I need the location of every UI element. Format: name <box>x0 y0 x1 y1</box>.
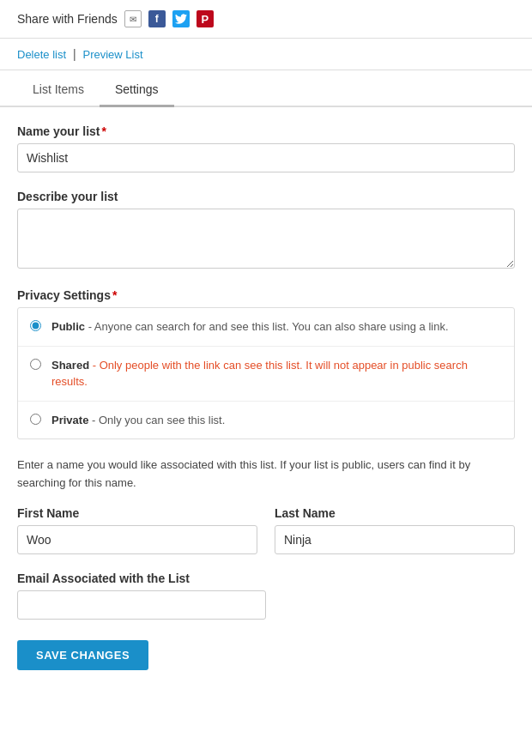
email-label: Email Associated with the List <box>17 572 515 585</box>
privacy-private-label: Private - Only you can see this list. <box>51 412 225 429</box>
email-group: Email Associated with the List <box>17 572 515 620</box>
first-name-group: First Name <box>17 506 257 554</box>
facebook-icon[interactable]: f <box>148 10 166 27</box>
privacy-field-group: Privacy Settings* Public - Anyone can se… <box>17 288 515 439</box>
first-name-input[interactable] <box>17 525 257 554</box>
tab-settings[interactable]: Settings <box>100 74 174 107</box>
privacy-options-box: Public - Anyone can search for and see t… <box>17 307 515 439</box>
privacy-shared-label: Shared - Only people with the link can s… <box>51 357 502 390</box>
last-name-input[interactable] <box>275 525 515 554</box>
name-label: Name your list* <box>17 124 515 138</box>
describe-label: Describe your list <box>17 190 515 203</box>
email-icon[interactable]: ✉ <box>124 10 142 27</box>
last-name-group: Last Name <box>275 506 515 554</box>
save-changes-button[interactable]: SAVE CHANGES <box>17 640 148 670</box>
email-input[interactable] <box>17 590 266 620</box>
preview-list-link[interactable]: Preview List <box>83 48 143 61</box>
privacy-option-private[interactable]: Private - Only you can see this list. <box>18 402 514 439</box>
info-text: Enter a name you would like associated w… <box>17 457 515 493</box>
twitter-icon[interactable] <box>172 10 190 27</box>
name-row: First Name Last Name <box>17 506 515 554</box>
share-bar: Share with Friends ✉ f P <box>0 0 532 39</box>
separator: | <box>73 47 76 61</box>
name-input[interactable] <box>17 143 515 172</box>
first-name-label: First Name <box>17 506 257 520</box>
action-links: Delete list | Preview List <box>0 39 532 70</box>
privacy-option-shared[interactable]: Shared - Only people with the link can s… <box>18 347 514 402</box>
privacy-radio-public[interactable] <box>30 320 41 331</box>
delete-list-link[interactable]: Delete list <box>17 48 66 61</box>
describe-input[interactable] <box>17 209 515 269</box>
privacy-label: Privacy Settings* <box>17 288 515 302</box>
privacy-radio-shared[interactable] <box>30 359 41 370</box>
last-name-label: Last Name <box>275 506 515 520</box>
describe-field-group: Describe your list <box>17 190 515 271</box>
share-label: Share with Friends <box>17 12 118 26</box>
tab-list-items[interactable]: List Items <box>17 74 100 107</box>
settings-panel: Name your list* Describe your list Priva… <box>0 107 532 687</box>
tabs: List Items Settings <box>0 74 532 107</box>
name-field-group: Name your list* <box>17 124 515 172</box>
privacy-option-public[interactable]: Public - Anyone can search for and see t… <box>18 308 514 347</box>
privacy-radio-private[interactable] <box>30 414 41 425</box>
privacy-public-label: Public - Anyone can search for and see t… <box>51 318 449 336</box>
pinterest-icon[interactable]: P <box>196 10 214 27</box>
